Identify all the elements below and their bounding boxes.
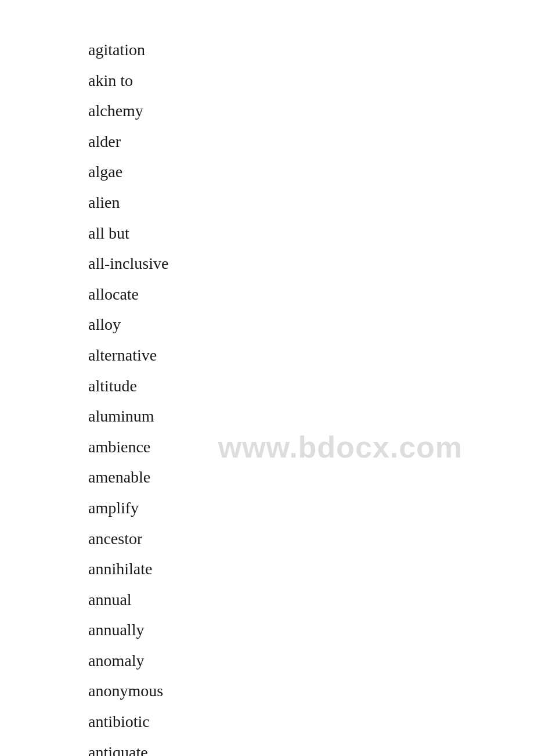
- list-item: alternative: [88, 340, 534, 371]
- list-item: alchemy: [88, 96, 534, 127]
- list-item: altitude: [88, 371, 534, 402]
- list-item: aluminum: [88, 401, 534, 432]
- list-item: alder: [88, 127, 534, 157]
- list-item: ancestor: [88, 524, 534, 555]
- list-item: annually: [88, 615, 534, 646]
- list-item: akin to: [88, 66, 534, 96]
- list-item: anomaly: [88, 646, 534, 676]
- list-item: antibiotic: [88, 707, 534, 737]
- list-item: amenable: [88, 462, 534, 493]
- list-item: alloy: [88, 309, 534, 340]
- list-item: annihilate: [88, 554, 534, 585]
- list-item: amplify: [88, 493, 534, 524]
- list-item: annual: [88, 585, 534, 615]
- list-item: algae: [88, 157, 534, 188]
- word-list: agitationakin toalchemyalderalgaealienal…: [0, 0, 534, 756]
- list-item: all but: [88, 218, 534, 249]
- list-item: ambience: [88, 432, 534, 463]
- list-item: agitation: [88, 35, 534, 66]
- list-item: allocate: [88, 279, 534, 310]
- list-item: anonymous: [88, 676, 534, 707]
- list-item: antiquate: [88, 737, 534, 756]
- list-item: all-inclusive: [88, 249, 534, 279]
- list-item: alien: [88, 188, 534, 218]
